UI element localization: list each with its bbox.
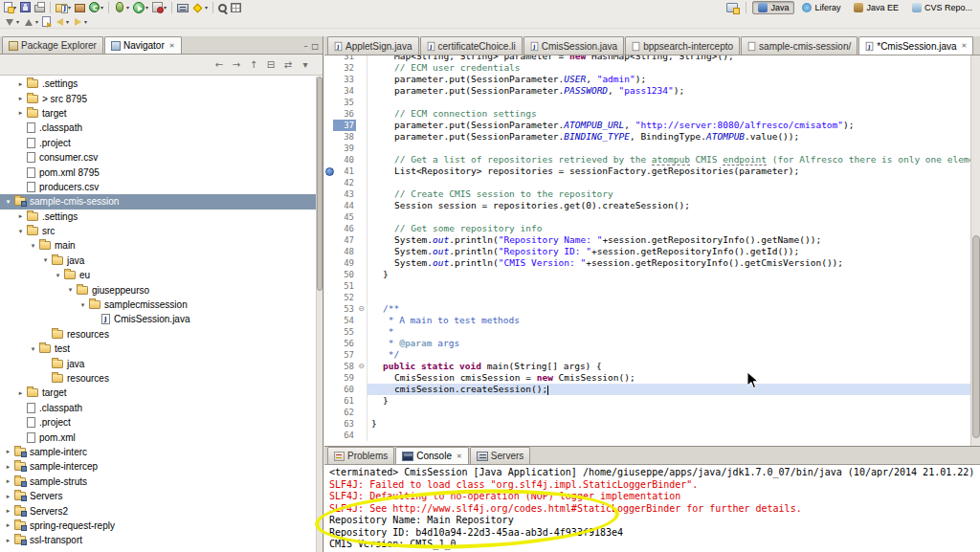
back-button[interactable]: ▾ [53,14,71,28]
code-line-42[interactable]: 42 [324,177,970,188]
code-line-40[interactable]: 40// Get a list of repositories retrieve… [324,154,970,166]
code-line-63[interactable]: 63} [324,418,970,430]
tree-item-producers-csv[interactable]: producers.csv [0,180,316,194]
collapse-arrow-icon[interactable]: ▾ [28,345,38,353]
tree-item-target[interactable]: ▸target [0,106,316,121]
dropdown-caret-icon[interactable]: ▾ [126,4,129,11]
new-package-button[interactable] [73,1,87,14]
code-line-38[interactable]: 38parameter.put(SessionParameter.BINDING… [324,131,970,143]
code-line-43[interactable]: 43// Create CMIS session to the reposito… [324,188,970,200]
tree-item-spring-request-reply[interactable]: ▸spring-request-reply [0,519,316,533]
dropdown-caret-icon[interactable]: ▾ [16,18,19,25]
editor-tab-cmissession-java[interactable]: *CmisSession.java✕ [858,36,973,55]
tree-item-target[interactable]: ▸target [0,386,316,400]
new-java-project-button[interactable]: ▾ [54,1,73,14]
tree-item-servers2[interactable]: ▸Servers2 [0,503,316,518]
forward-button[interactable]: ▾ [71,14,89,28]
code-line-62[interactable]: 62 [324,407,970,418]
code-line-54[interactable]: 54 * A main to test methods [324,315,970,326]
code-line-55[interactable]: 55 * [324,326,970,338]
search-button[interactable] [216,1,229,14]
code-line-35[interactable]: 35 [324,97,970,108]
code-line-60[interactable]: 60cmisSession.createSession(); [324,384,970,395]
collapse-arrow-icon[interactable]: ▾ [15,228,26,235]
open-perspective-button[interactable] [724,1,740,14]
code-line-52[interactable]: 52 [324,292,970,303]
dropdown-caret-icon[interactable]: ▾ [145,4,148,11]
code-line-34[interactable]: 34parameter.put(SessionParameter.PASSWOR… [324,85,970,97]
console-output[interactable]: <terminated> CmisSession [Java Applicati… [324,465,980,552]
collapse-arrow-icon[interactable]: ▾ [3,198,13,206]
fold-collapse-icon[interactable]: ⊖ [356,361,368,372]
dropdown-caret-icon[interactable]: ▾ [164,4,167,11]
expand-arrow-icon[interactable]: ▸ [15,212,26,220]
view-tab-problems[interactable]: Problems [327,447,394,464]
open-table-button[interactable] [229,1,243,14]
expand-arrow-icon[interactable]: ▸ [15,80,26,88]
code-line-31[interactable]: 31Map<String, String> parameter = new Ha… [324,55,970,62]
editor-tab-certificatechoice-li[interactable]: certificateChoice.li [420,36,523,55]
tree-item-java[interactable]: ▾java [0,254,316,268]
run-button[interactable]: ▾ [131,1,150,14]
print-button[interactable] [33,1,47,14]
tree-item-classpath[interactable]: .classpath [0,401,316,415]
new-server-button[interactable] [175,1,190,14]
code-line-47[interactable]: 47System.out.println("Repository Name: "… [324,234,970,246]
code-line-48[interactable]: 48System.out.println("Repository ID: "+s… [324,246,970,257]
dropdown-caret-icon[interactable]: ▾ [84,18,87,25]
expand-arrow-icon[interactable]: ▸ [3,477,13,485]
navigator-scrollbar[interactable] [316,77,323,552]
new-class-button[interactable]: ▾ [87,1,105,14]
tree-item-test[interactable]: ▾test [0,342,316,356]
next-annotation-button[interactable]: ▾ [2,14,21,28]
view-tab-navigator[interactable]: Navigator✕ [104,36,182,54]
code-line-56[interactable]: 56 * @param args [324,338,970,349]
tree-item-ssl-transport[interactable]: ▸ssl-transport [0,533,316,547]
save-button[interactable] [18,1,33,14]
editor-tab-bppsearch-intercepto[interactable]: bppsearch-intercepto [625,36,740,55]
code-line-41[interactable]: 41List<Repository> repositories = sessio… [324,166,970,177]
code-line-51[interactable]: 51 [324,280,970,292]
new-button[interactable]: ▾ [2,1,18,14]
code-line-46[interactable]: 46// Get some repository info [324,223,970,234]
tree-item-sample-intercep[interactable]: ▸sample-intercep [0,459,316,474]
forward-icon[interactable]: → [229,58,244,72]
tree-item-servers[interactable]: ▸Servers [0,489,316,503]
code-line-32[interactable]: 32// ECM user credentials [324,62,970,74]
tree-item-pom-xml[interactable]: pom.xml [0,430,316,444]
editor-tab-cmissession-java[interactable]: CmisSession.java [523,36,624,55]
tree-item-project[interactable]: .project [0,136,316,150]
liferay-wizard-button[interactable]: ▾ [190,1,210,14]
tree-item-settings[interactable]: ▸.settings [0,210,316,224]
code-line-33[interactable]: 33parameter.put(SessionParameter.USER, "… [324,74,970,85]
navigator-scrollbar-thumb[interactable] [317,77,323,291]
editor-tab-appletsign-java[interactable]: AppletSign.java [327,36,419,55]
perspective-java-ee[interactable]: Java EE [848,1,904,14]
view-tab-console[interactable]: Console✕ [395,447,469,464]
navigator-tree[interactable]: ▸.settings▸> src 8795▸target.classpath.p… [0,77,316,552]
code-line-50[interactable]: 50} [324,269,970,280]
tree-item-resources[interactable]: resources [0,371,316,386]
perspective-java[interactable]: Java [752,1,794,14]
code-line-61[interactable]: 61} [324,395,970,407]
expand-arrow-icon[interactable]: ▸ [15,109,26,117]
collapse-arrow-icon[interactable]: ▾ [78,301,88,309]
collapse-arrow-icon[interactable]: ▾ [65,286,76,294]
last-edit-location-button[interactable] [40,14,53,28]
previous-annotation-button[interactable]: ▾ [21,14,40,28]
up-icon[interactable]: ↑ [246,58,261,72]
editor-tab-sample-cmis-session[interactable]: sample-cmis-session/ [741,36,858,55]
tree-item-consumer-csv[interactable]: consumer.csv [0,150,316,165]
dropdown-caret-icon[interactable]: ▾ [205,4,208,11]
tree-item-giuseppeurso[interactable]: ▾giuseppeurso [0,282,316,297]
close-icon[interactable]: ✕ [962,42,968,50]
editor-scrollbar-thumb[interactable] [972,235,980,438]
expand-arrow-icon[interactable]: ▸ [3,507,13,515]
expand-arrow-icon[interactable]: ▸ [3,537,13,544]
code-line-59[interactable]: 59CmisSession cmisSession = new CmisSess… [324,372,970,384]
code-line-45[interactable]: 45 [324,211,970,223]
view-tab-servers[interactable]: Servers [470,447,530,464]
collapse-arrow-icon[interactable]: ▾ [40,256,51,264]
dropdown-caret-icon[interactable]: ▾ [100,4,103,11]
link-with-editor-icon[interactable]: ⇄ [280,58,296,72]
